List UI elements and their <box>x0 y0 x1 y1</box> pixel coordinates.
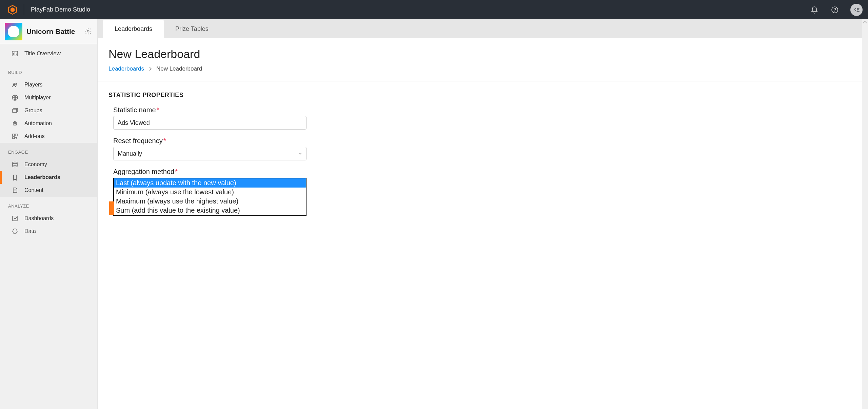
reset-frequency-select[interactable]: Manually <box>113 147 307 160</box>
playfab-logo-icon[interactable] <box>7 5 18 15</box>
svg-point-4 <box>87 30 89 32</box>
svg-point-6 <box>13 83 15 85</box>
content-icon <box>12 187 18 194</box>
help-icon[interactable] <box>828 3 842 17</box>
svg-point-12 <box>15 123 16 124</box>
sidebar-item-label: Content <box>24 187 43 193</box>
sidebar-item-players[interactable]: Players <box>0 78 97 91</box>
sidebar-item-label: Economy <box>24 161 47 168</box>
game-header: Unicorn Battle <box>0 19 97 44</box>
notifications-icon[interactable] <box>808 3 821 17</box>
aggregation-option-sum[interactable]: Sum (add this value to the existing valu… <box>114 206 306 215</box>
aggregation-option-minimum[interactable]: Minimum (always use the lowest value) <box>114 188 306 197</box>
svg-rect-14 <box>15 134 17 136</box>
sidebar-item-label: Leaderboards <box>24 174 60 180</box>
svg-rect-15 <box>13 137 15 139</box>
svg-rect-13 <box>13 134 15 136</box>
chart-icon <box>12 50 18 57</box>
economy-icon <box>12 161 18 168</box>
sidebar-item-automation[interactable]: Automation <box>0 117 97 130</box>
section-heading: STATISTIC PROPERTIES <box>108 92 851 99</box>
sidebar-item-label: Data <box>24 228 36 234</box>
game-title: Unicorn Battle <box>26 27 84 36</box>
aggregation-option-last[interactable]: Last (always update with the new value) <box>114 178 306 188</box>
svg-point-3 <box>834 11 835 12</box>
game-icon[interactable] <box>5 23 22 40</box>
svg-point-16 <box>13 162 17 164</box>
sidebar-item-label: Dashboards <box>24 215 54 221</box>
tab-leaderboards[interactable]: Leaderboards <box>103 20 164 38</box>
aggregation-method-dropdown[interactable]: Last (always update with the new value) … <box>113 178 307 216</box>
statistic-name-label: Statistic name* <box>113 106 307 114</box>
sidebar-section-engage: ENGAGE <box>0 143 97 158</box>
topbar-divider <box>24 4 24 15</box>
tabs: Leaderboards Prize Tables <box>98 19 862 38</box>
aggregation-method-label: Aggregation method* <box>113 168 307 176</box>
main-content: Leaderboards Prize Tables New Leaderboar… <box>98 19 862 409</box>
page-title: New Leaderboard <box>108 47 851 61</box>
tab-prize-tables[interactable]: Prize Tables <box>164 20 220 38</box>
breadcrumb: Leaderboards New Leaderboard <box>108 65 851 81</box>
scrollbar[interactable] <box>862 19 868 409</box>
aggregation-option-maximum[interactable]: Maximum (always use the highest value) <box>114 197 306 206</box>
svg-point-11 <box>14 123 15 124</box>
sidebar-item-label: Players <box>24 82 42 88</box>
reset-frequency-label: Reset frequency* <box>113 137 307 145</box>
sidebar-item-economy[interactable]: Economy <box>0 158 97 171</box>
content-divider <box>98 81 862 81</box>
sidebar-item-data[interactable]: Data <box>0 225 97 238</box>
svg-marker-1 <box>11 7 15 12</box>
user-avatar[interactable]: KE <box>850 4 863 16</box>
sidebar-item-label: Automation <box>24 120 52 126</box>
sidebar-section-analyze: ANALYZE <box>0 197 97 212</box>
globe-icon <box>12 94 18 101</box>
sidebar-item-title-overview[interactable]: Title Overview <box>0 44 97 63</box>
sidebar-item-addons[interactable]: Add-ons <box>0 130 97 143</box>
sidebar-item-content[interactable]: Content <box>0 184 97 197</box>
groups-icon <box>12 107 18 114</box>
svg-point-7 <box>16 83 17 85</box>
addons-icon <box>12 133 18 140</box>
bookmark-icon <box>12 174 18 181</box>
sidebar-item-label: Multiplayer <box>24 95 51 101</box>
svg-rect-9 <box>13 109 17 113</box>
save-button-peek <box>109 201 114 215</box>
sidebar-item-label: Add-ons <box>24 133 45 139</box>
sidebar-item-label: Title Overview <box>24 50 61 57</box>
gear-icon[interactable] <box>84 27 93 36</box>
top-bar: PlayFab Demo Studio KE <box>0 0 868 19</box>
sidebar: Unicorn Battle Title Overview BUILD Play… <box>0 19 98 409</box>
sidebar-item-label: Groups <box>24 108 42 114</box>
sidebar-item-dashboards[interactable]: Dashboards <box>0 212 97 225</box>
automation-icon <box>12 120 18 127</box>
breadcrumb-current: New Leaderboard <box>156 65 202 72</box>
breadcrumb-root-link[interactable]: Leaderboards <box>108 65 144 72</box>
sidebar-section-build: BUILD <box>0 63 97 78</box>
sidebar-item-leaderboards[interactable]: Leaderboards <box>0 171 97 184</box>
data-icon <box>12 228 18 235</box>
dashboards-icon <box>12 215 18 222</box>
sidebar-item-multiplayer[interactable]: Multiplayer <box>0 91 97 104</box>
players-icon <box>12 81 18 88</box>
statistic-name-input[interactable] <box>113 116 307 130</box>
sidebar-item-groups[interactable]: Groups <box>0 104 97 117</box>
studio-name[interactable]: PlayFab Demo Studio <box>31 6 90 13</box>
chevron-right-icon <box>149 67 152 71</box>
